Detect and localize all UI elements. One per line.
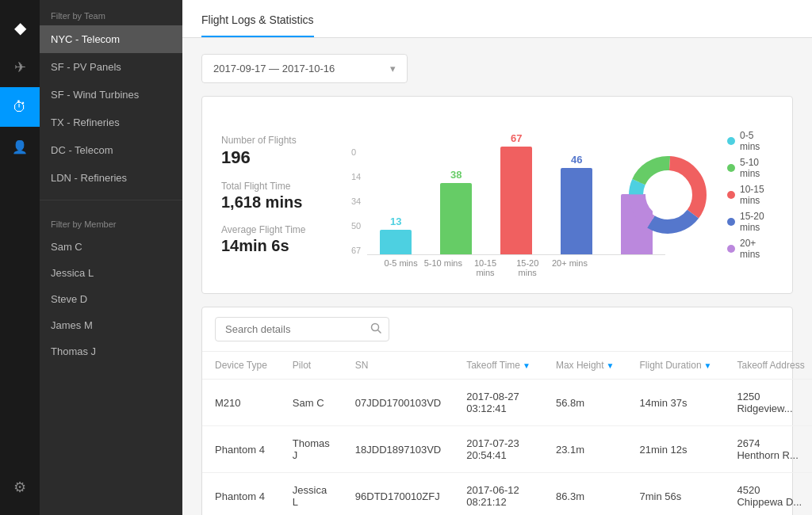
col-duration[interactable]: Flight Duration▼ — [627, 352, 725, 380]
sidebar-member-steve-d[interactable]: Steve D — [40, 286, 182, 312]
chart-legend: 0-5 mins 5-10 mins 10-15 mins 15-20 mins — [727, 130, 773, 260]
cell-duration-2: 7min 56s — [627, 473, 725, 516]
table-row: M210 Sam C 07JDD1700103VD 2017-08-27 03:… — [202, 380, 812, 426]
sort-takeoff-icon: ▼ — [523, 361, 530, 370]
tab-flight-logs[interactable]: Flight Logs & Statistics — [201, 2, 314, 37]
cell-address-0: 1250 Ridgeview... — [724, 380, 812, 426]
x-label-15-20: 15-20 mins — [508, 258, 547, 277]
stat-num-flights: Number of Flights 196 Total Flight Time … — [221, 135, 332, 255]
bar-label-67: 67 — [511, 132, 522, 144]
cell-duration-0: 14min 37s — [627, 380, 725, 426]
cell-takeoff-1: 2017-07-23 20:54:41 — [454, 426, 543, 473]
divider — [40, 200, 182, 200]
bar-15-20: 46 — [548, 154, 605, 254]
cell-device-2: Phantom 4 — [202, 473, 280, 516]
col-sn: SN — [343, 352, 454, 380]
people-icon: 👤 — [12, 139, 28, 154]
cell-height-2: 86.3m — [543, 473, 627, 516]
legend-dot-20plus — [727, 245, 735, 253]
total-time-label: Total Flight Time — [221, 181, 332, 192]
date-range-value: 2017-09-17 — 2017-10-16 — [213, 63, 335, 74]
sidebar-item-sf-pv[interactable]: SF - PV Panels — [40, 53, 182, 81]
legend-dot-10-15 — [727, 191, 735, 199]
logo-icon: ◆ — [14, 18, 26, 37]
legend-10-15: 10-15 mins — [727, 184, 773, 206]
cell-device-0: M210 — [202, 380, 280, 426]
sort-duration-icon: ▼ — [704, 361, 712, 370]
cell-sn-2: 96DTD170010ZFJ — [343, 473, 454, 516]
legend-dot-0-5 — [727, 137, 735, 145]
table-row: Phantom 4 Jessica L 96DTD170010ZFJ 2017-… — [202, 473, 812, 516]
legend-dot-5-10 — [727, 164, 735, 172]
sidebar-item-ldn-ref[interactable]: LDN - Refineries — [40, 164, 182, 192]
donut-chart — [624, 151, 711, 238]
filter-by-team-label: Filter by Team — [40, 0, 182, 25]
y-axis: 67 50 34 14 0 — [351, 147, 361, 255]
sidebar-item-tx-ref[interactable]: TX - Refineries — [40, 109, 182, 136]
col-address: Takeoff Address — [724, 352, 812, 380]
sidebar-item-nyc-telecom[interactable]: NYC - Telecom — [40, 25, 182, 53]
col-takeoff[interactable]: Takeoff Time▼ — [454, 352, 543, 380]
bar-10-15-rect — [500, 147, 532, 254]
sidebar-member-james-m[interactable]: James M — [40, 312, 182, 338]
bar-chart-area: 67 50 34 14 0 13 — [351, 113, 589, 277]
legend-0-5: 0-5 mins — [727, 130, 773, 152]
plane-icon: ✈ — [14, 59, 26, 76]
svg-point-5 — [645, 173, 690, 217]
cell-pilot-1: Thomas J — [280, 426, 343, 473]
avg-time-label: Average Flight Time — [221, 224, 332, 235]
sidebar-member-sam-c[interactable]: Sam C — [40, 234, 182, 260]
flight-logs-panel: Device Type Pilot SN Takeoff Time▼ Max H… — [201, 307, 793, 515]
legend-15-20: 15-20 mins — [727, 211, 773, 233]
bar-0-5-rect — [380, 230, 412, 254]
bar-0-5: 13 — [367, 216, 424, 254]
stats-panel: Number of Flights 196 Total Flight Time … — [201, 96, 793, 294]
cell-address-2: 4520 Chippewa D... — [724, 473, 812, 516]
date-range-picker[interactable]: 2017-09-17 — 2017-10-16 ▾ — [201, 54, 408, 83]
bar-5-10: 38 — [427, 169, 485, 254]
col-pilot: Pilot — [280, 352, 343, 380]
nav-flights[interactable]: ✈ — [0, 48, 40, 87]
legend-20plus: 20+ mins — [727, 238, 773, 260]
x-label-5-10: 5-10 mins — [423, 258, 462, 277]
col-device: Device Type — [202, 352, 280, 380]
cell-duration-1: 21min 12s — [627, 426, 725, 473]
legend-label-10-15: 10-15 mins — [740, 184, 773, 206]
chevron-down-icon: ▾ — [390, 63, 396, 74]
bar-5-10-rect — [440, 183, 472, 254]
nav-people[interactable]: 👤 — [0, 127, 40, 166]
gear-icon: ⚙ — [13, 479, 26, 496]
bar-10-15: 67 — [488, 132, 545, 254]
sidebar-member-jessica-l[interactable]: Jessica L — [40, 260, 182, 286]
x-label-0-5: 0-5 mins — [381, 258, 420, 277]
col-height[interactable]: Max Height▼ — [543, 352, 627, 380]
main-header: Flight Logs & Statistics — [182, 0, 812, 38]
legend-label-0-5: 0-5 mins — [740, 130, 773, 152]
table-header-row: Device Type Pilot SN Takeoff Time▼ Max H… — [202, 352, 812, 380]
clock-icon: ⏱ — [13, 99, 27, 116]
filter-by-member-label: Filter by Member — [40, 208, 182, 234]
search-input[interactable] — [215, 317, 389, 341]
bar-label-13: 13 — [390, 216, 401, 227]
total-time-value: 1,618 mins — [221, 193, 332, 212]
legend-label-15-20: 15-20 mins — [740, 211, 773, 233]
search-bar — [202, 307, 792, 352]
donut-chart-area: 0-5 mins 5-10 mins 10-15 mins 15-20 mins — [624, 130, 773, 260]
cell-height-0: 56.8m — [543, 380, 627, 426]
legend-5-10: 5-10 mins — [727, 157, 773, 179]
avg-time-value: 14min 6s — [221, 237, 332, 255]
table-row: Phantom 4 Thomas J 18JDD1897103VD 2017-0… — [202, 426, 812, 473]
cell-takeoff-2: 2017-06-12 08:21:12 — [454, 473, 543, 516]
cell-address-1: 2674 Henthorn R... — [724, 426, 812, 473]
cell-sn-1: 18JDD1897103VD — [343, 426, 454, 473]
cell-sn-0: 07JDD1700103VD — [343, 380, 454, 426]
sidebar-item-dc-tel[interactable]: DC - Telecom — [40, 136, 182, 164]
num-flights-value: 196 — [221, 147, 332, 168]
bar-label-46: 46 — [571, 154, 582, 166]
sidebar-item-sf-wind[interactable]: SF - Wind Turbines — [40, 81, 182, 109]
cell-height-1: 23.1m — [543, 426, 627, 473]
nav-logs[interactable]: ⏱ — [0, 87, 40, 127]
app-logo: ◆ — [0, 8, 40, 48]
sidebar-member-thomas-j[interactable]: Thomas J — [40, 338, 182, 364]
settings-button[interactable]: ⚙ — [0, 467, 40, 507]
